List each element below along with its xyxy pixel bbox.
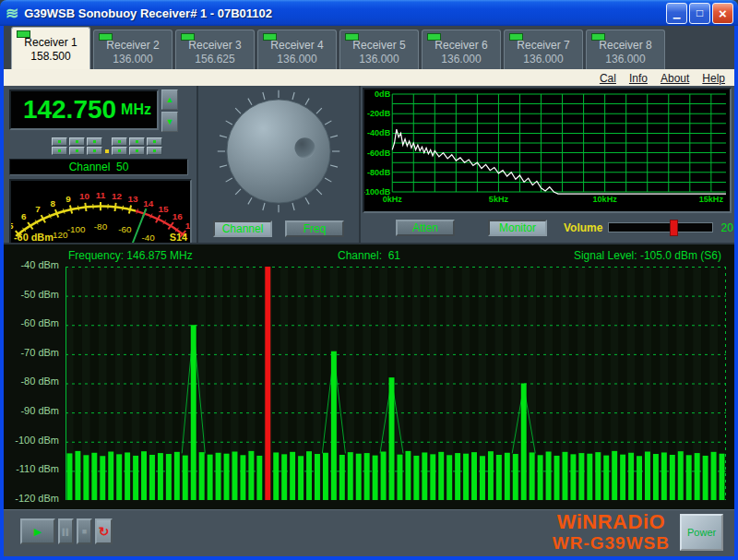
stepper-dot-icon xyxy=(58,149,61,152)
tab-receiver-3[interactable]: Receiver 3156.625 xyxy=(175,30,255,69)
tab-frequency: 136.000 xyxy=(258,53,336,66)
atten-button[interactable]: Atten xyxy=(396,220,455,236)
tab-receiver-6[interactable]: Receiver 6136.000 xyxy=(422,30,501,69)
frequency-panel: 142.750 MHz ▲ ▼ Channel 50 5678910111213… xyxy=(4,86,198,243)
receiver-led-icon xyxy=(345,33,359,41)
menu-link-row: CalInfoAboutHelp xyxy=(4,69,734,86)
stepper-dot-icon xyxy=(76,149,78,152)
receiver-led-icon xyxy=(99,33,113,41)
maximize-button[interactable]: □ xyxy=(689,3,710,24)
audio-spectrum-display: 0dB-20dB-40dB-60dB-80dB-100dB0kHz5kHz10k… xyxy=(363,88,732,213)
header-frequency: Frequency: 146.875 MHz xyxy=(68,249,193,262)
main-axis-label: -80 dBm xyxy=(4,375,59,387)
frequency-display: 142.750 MHz xyxy=(9,89,159,130)
stepper-dot-icon xyxy=(93,140,96,143)
svg-text:7: 7 xyxy=(35,204,41,214)
audio-panel: 0dB-20dB-40dB-60dB-80dB-100dB0kHz5kHz10k… xyxy=(361,86,734,243)
close-button[interactable]: × xyxy=(712,3,733,24)
link-help[interactable]: Help xyxy=(702,72,725,85)
frequency-down-button[interactable]: ▼ xyxy=(161,112,178,132)
audio-spectrum-svg: 0dB-20dB-40dB-60dB-80dB-100dB0kHz5kHz10k… xyxy=(364,89,730,211)
channel-spectrum-svg xyxy=(65,267,726,500)
svg-text:17: 17 xyxy=(185,220,190,231)
tab-receiver-1[interactable]: Receiver 1158.500 xyxy=(11,27,90,69)
digit-down-button[interactable] xyxy=(112,147,127,155)
tuning-panel: ChannelFreq xyxy=(198,86,361,243)
svg-text:8: 8 xyxy=(50,198,55,209)
tab-frequency: 136.000 xyxy=(423,53,500,66)
frequency-unit: MHz xyxy=(121,101,151,118)
digit-down-button[interactable] xyxy=(52,147,67,155)
digit-up-button[interactable] xyxy=(87,137,102,146)
frequency-value: 142.750 xyxy=(23,95,116,125)
receiver-led-icon xyxy=(181,33,195,41)
svg-text:5kHz: 5kHz xyxy=(489,195,509,204)
digit-up-button[interactable] xyxy=(112,137,127,146)
svg-text:5: 5 xyxy=(11,220,14,231)
pause-button[interactable]: ▌▌ xyxy=(58,518,74,544)
tab-label: Receiver 3 xyxy=(176,39,254,52)
play-button[interactable]: ▶ xyxy=(20,518,55,544)
monitor-button[interactable]: Monitor xyxy=(488,220,547,236)
digit-up-button[interactable] xyxy=(147,137,162,146)
power-label: Power xyxy=(687,527,716,538)
main-axis-label: -60 dBm xyxy=(4,317,59,328)
link-about[interactable]: About xyxy=(661,72,689,85)
frequency-spinner: ▲ ▼ xyxy=(161,89,178,132)
close-icon: × xyxy=(719,6,727,21)
tab-receiver-7[interactable]: Receiver 7136.000 xyxy=(504,30,583,69)
volume-value: 20 xyxy=(720,221,732,234)
digit-steppers xyxy=(52,136,196,155)
up-arrow-icon: ▲ xyxy=(166,95,174,104)
minimize-button[interactable]: ▁ xyxy=(666,3,687,24)
pause-icon: ▌▌ xyxy=(63,529,70,535)
svg-text:S14: S14 xyxy=(170,232,188,243)
link-cal[interactable]: Cal xyxy=(600,72,616,85)
volume-slider[interactable] xyxy=(608,222,713,232)
window-content: Receiver 1158.500Receiver 2136.000Receiv… xyxy=(0,26,738,560)
digit-up-button[interactable] xyxy=(52,137,67,146)
tab-receiver-8[interactable]: Receiver 8136.000 xyxy=(586,30,665,69)
svg-text:-100: -100 xyxy=(67,224,86,234)
main-axis-label: -100 dBm xyxy=(4,435,59,446)
stop-button[interactable]: ■ xyxy=(77,518,92,544)
digit-down-button[interactable] xyxy=(147,147,162,155)
digit-down-button[interactable] xyxy=(129,147,145,155)
digit-down-button[interactable] xyxy=(69,147,85,155)
volume-slider-handle[interactable] xyxy=(670,220,678,236)
svg-text:-20dB: -20dB xyxy=(367,109,391,118)
svg-text:10kHz: 10kHz xyxy=(593,195,618,204)
tab-receiver-5[interactable]: Receiver 5136.000 xyxy=(339,30,419,69)
tuning-knob[interactable] xyxy=(209,88,348,215)
svg-text:15kHz: 15kHz xyxy=(699,195,724,204)
play-icon: ▶ xyxy=(34,526,42,538)
audio-buttons: AttenMonitor xyxy=(361,220,547,236)
down-arrow-icon: ▼ xyxy=(166,117,174,126)
stepper-dot-icon xyxy=(93,149,96,152)
tab-frequency: 136.000 xyxy=(94,53,172,66)
stepper-dot-icon xyxy=(118,140,121,143)
freq-mode-button[interactable]: Freq xyxy=(285,220,344,237)
frequency-up-button[interactable]: ▲ xyxy=(161,89,178,110)
svg-text:0dB: 0dB xyxy=(375,89,391,99)
title-bar[interactable]: ≋ G39WSB Sonobuoy Receiver# 1 - 07B01102… xyxy=(0,0,738,26)
brand-name: WiNRADiO xyxy=(553,512,670,532)
tab-label: Receiver 6 xyxy=(423,39,500,52)
tab-receiver-4[interactable]: Receiver 4136.000 xyxy=(257,30,337,69)
digit-down-button[interactable] xyxy=(87,147,102,155)
power-button[interactable]: Power xyxy=(680,514,723,551)
main-axis-label: -40 dBm xyxy=(4,259,59,270)
window-controls: ▁ □ × xyxy=(666,3,733,24)
receiver-led-icon xyxy=(263,33,277,41)
tab-frequency: 136.000 xyxy=(505,53,582,66)
tab-receiver-2[interactable]: Receiver 2136.000 xyxy=(93,30,173,69)
channel-spectrum-display[interactable] xyxy=(65,267,726,500)
app-window: ≋ G39WSB Sonobuoy Receiver# 1 - 07B01102… xyxy=(0,0,738,560)
stop-icon: ■ xyxy=(82,527,87,536)
channel-mode-button[interactable]: Channel xyxy=(213,220,272,237)
link-info[interactable]: Info xyxy=(629,72,648,85)
record-button[interactable]: ↻ xyxy=(95,518,113,544)
digit-up-button[interactable] xyxy=(69,137,85,146)
main-axis-label: -70 dBm xyxy=(4,347,59,358)
digit-up-button[interactable] xyxy=(129,137,145,146)
